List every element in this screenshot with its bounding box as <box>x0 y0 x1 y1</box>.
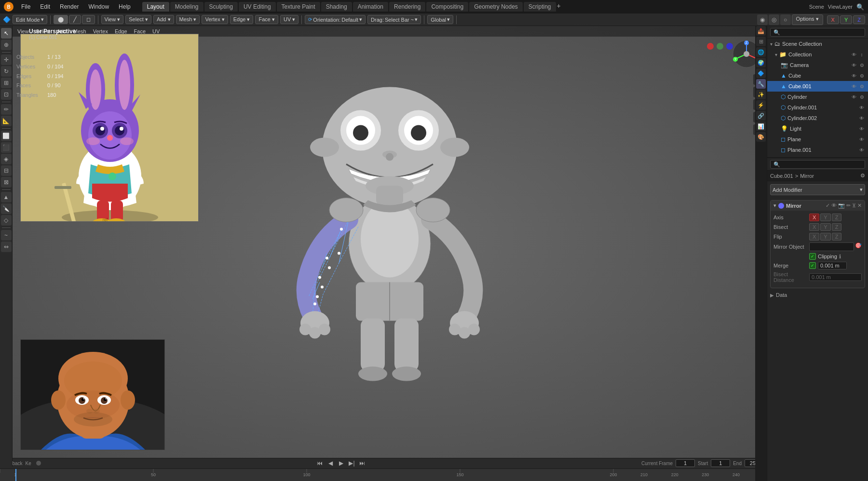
viewport-shading-rendered[interactable]: ○ <box>780 14 791 25</box>
cylinder-visibility[interactable]: 👁 <box>851 94 857 100</box>
menu-file[interactable]: File <box>19 2 32 11</box>
constrain-y-btn[interactable]: Y <box>840 15 852 24</box>
tab-rendering[interactable]: Rendering <box>389 2 425 12</box>
inset-tool[interactable]: ⬛ <box>1 142 12 153</box>
timeline-ruler[interactable]: 1 50 100 150 200 210 220 230 240 250 <box>0 469 767 481</box>
modifier-collapse-btn[interactable]: ⊻ <box>852 202 856 209</box>
extrude-tool[interactable]: ▲ <box>1 192 12 202</box>
face-menu[interactable]: Face ▾ <box>255 15 278 24</box>
props-tab-physics[interactable]: ⚡ <box>756 100 766 110</box>
outliner-plane[interactable]: ◻ Plane 👁 <box>767 134 868 145</box>
bisect-distance-input[interactable] <box>809 273 862 281</box>
main-viewport[interactable]: View Select Add Mesh Vertex Edge Face UV… <box>13 26 767 458</box>
outliner-light[interactable]: 💡 Light 👁 <box>767 123 868 134</box>
knife-tool[interactable]: 🔪 <box>1 203 12 214</box>
offset-edge-tool[interactable]: ⊠ <box>1 177 12 187</box>
clipping-checkbox[interactable]: ✓ <box>809 253 816 260</box>
outliner-search-input[interactable] <box>770 28 865 37</box>
constrain-z-btn[interactable]: Z <box>853 15 865 24</box>
props-tab-constraints[interactable]: 🔗 <box>756 111 766 120</box>
outliner-cylinder001[interactable]: ⬡ Cylinder.001 👁 <box>767 102 868 113</box>
snap-dropdown[interactable]: Global ▾ <box>427 15 453 24</box>
menu-render[interactable]: Render <box>58 2 81 11</box>
outliner-cube[interactable]: ▲ Cube 👁 ⚙ <box>767 70 868 81</box>
viewport-shading-material[interactable]: ◎ <box>769 14 779 25</box>
uv-menu[interactable]: UV ▾ <box>280 15 298 24</box>
playhead[interactable] <box>15 469 16 481</box>
props-search-input[interactable] <box>770 160 865 169</box>
bisect-x-btn[interactable]: X <box>809 223 819 231</box>
edit-mode-dropdown[interactable]: Edit Mode ▾ <box>13 15 47 24</box>
outliner-cylinder[interactable]: ⬡ Cylinder 👁 ⚙ <box>767 92 868 102</box>
add-tab-btn[interactable]: + <box>557 2 561 12</box>
current-frame-input[interactable] <box>676 459 695 467</box>
drag-dropdown[interactable]: Drag: Select Bar ~ ▾ <box>367 15 421 24</box>
merge-checkbox[interactable]: ✓ <box>809 262 816 269</box>
options-btn[interactable]: Options ▾ <box>792 14 823 25</box>
camera-render[interactable]: ⚙ <box>858 62 865 68</box>
cursor-tool[interactable]: ⊕ <box>1 40 12 50</box>
bevel-tool[interactable]: ◈ <box>1 154 12 164</box>
outliner-cylinder002[interactable]: ⬡ Cylinder.002 👁 <box>767 113 868 123</box>
flip-x-btn[interactable]: X <box>809 233 819 240</box>
tab-sculpting[interactable]: Sculpting <box>204 2 238 12</box>
collection-visibility-btn[interactable]: 👁 <box>851 51 857 58</box>
scene-collection-item[interactable]: ▾ 🗂 Scene Collection <box>767 39 868 49</box>
constrain-x-btn[interactable]: X <box>827 15 839 24</box>
smooth-tool[interactable]: ~ <box>1 230 12 240</box>
select-menu[interactable]: Select ▾ <box>125 15 151 24</box>
clipping-info-btn[interactable]: ℹ <box>839 254 841 260</box>
viewport-shading-solid[interactable]: ◉ <box>757 14 768 25</box>
cube-visibility[interactable]: 👁 <box>851 72 857 79</box>
jump-start-btn[interactable]: ⏮ <box>315 459 324 468</box>
camera-visibility[interactable]: 👁 <box>851 62 857 68</box>
mesh-menu[interactable]: Mesh ▾ <box>176 15 200 24</box>
scale-tool[interactable]: ⊞ <box>1 78 12 88</box>
vertex-select-btn[interactable]: ⬤ <box>54 15 68 24</box>
modifier-expand-arrow[interactable]: ▾ <box>773 202 776 209</box>
flip-z-btn[interactable]: Z <box>832 233 842 240</box>
vertex-menu[interactable]: Vertex ▾ <box>202 15 228 24</box>
plane-visibility[interactable]: 👁 <box>858 136 865 143</box>
outliner-camera[interactable]: 📷 Camera 👁 ⚙ <box>767 60 868 70</box>
light-visibility[interactable]: 👁 <box>858 125 865 132</box>
data-section-header[interactable]: ▶ Data <box>770 292 865 298</box>
collection-select-btn[interactable]: ↕ <box>858 51 865 58</box>
modifier-realtime-btn[interactable]: 👁 <box>831 202 837 209</box>
bisect-y-btn[interactable]: Y <box>820 223 830 231</box>
bisect-z-btn[interactable]: Z <box>832 223 842 231</box>
annotate-tool[interactable]: ✏ <box>1 104 12 115</box>
tab-texture-paint[interactable]: Texture Paint <box>277 2 320 12</box>
tab-modeling[interactable]: Modeling <box>170 2 203 12</box>
cube-render[interactable]: ⚙ <box>858 72 865 79</box>
modifier-render-btn[interactable]: 📷 <box>838 202 845 209</box>
view-menu[interactable]: View ▾ <box>101 15 124 24</box>
orientation-dropdown[interactable]: ⟳ Orientation: Default ▾ <box>305 15 366 24</box>
outliner-plane001[interactable]: ◻ Plane.001 👁 <box>767 145 868 155</box>
frame-next-btn[interactable]: ▶| <box>347 459 356 468</box>
cylinder-render[interactable]: ⚙ <box>858 94 865 100</box>
mirror-object-color-swatch[interactable] <box>809 242 854 251</box>
rotate-tool[interactable]: ↻ <box>1 66 12 77</box>
props-tab-particles[interactable]: ✨ <box>756 90 766 99</box>
menu-help[interactable]: Help <box>117 2 133 11</box>
cube001-render[interactable]: ⚙ <box>858 83 865 90</box>
modifier-apply-btn[interactable]: ✓ <box>826 202 830 209</box>
add-modifier-button[interactable]: Add Modifier ▾ <box>770 184 865 195</box>
props-tab-output[interactable]: 📤 <box>756 26 766 36</box>
props-tab-scene[interactable]: 🌐 <box>756 47 766 57</box>
menu-edit[interactable]: Edit <box>38 2 52 11</box>
merge-value-input[interactable] <box>818 262 847 269</box>
tab-shading[interactable]: Shading <box>321 2 352 12</box>
outliner-cube001[interactable]: ▲ Cube.001 👁 ⚙ <box>767 81 868 92</box>
modifier-edit-btn[interactable]: ✏ <box>846 202 851 209</box>
search-icon[interactable]: 🔍 <box>856 3 864 11</box>
transform-tool[interactable]: ⊡ <box>1 89 12 100</box>
props-tab-view-layer[interactable]: ⊞ <box>756 37 766 46</box>
props-tab-material[interactable]: 🎨 <box>756 132 766 142</box>
add-menu[interactable]: Add ▾ <box>153 15 174 24</box>
flip-y-btn[interactable]: Y <box>820 233 830 240</box>
mirror-object-pick-btn[interactable]: 🎯 <box>855 242 862 251</box>
edge-menu[interactable]: Edge ▾ <box>230 15 254 24</box>
add-cube-tool[interactable]: ⬜ <box>1 131 12 141</box>
